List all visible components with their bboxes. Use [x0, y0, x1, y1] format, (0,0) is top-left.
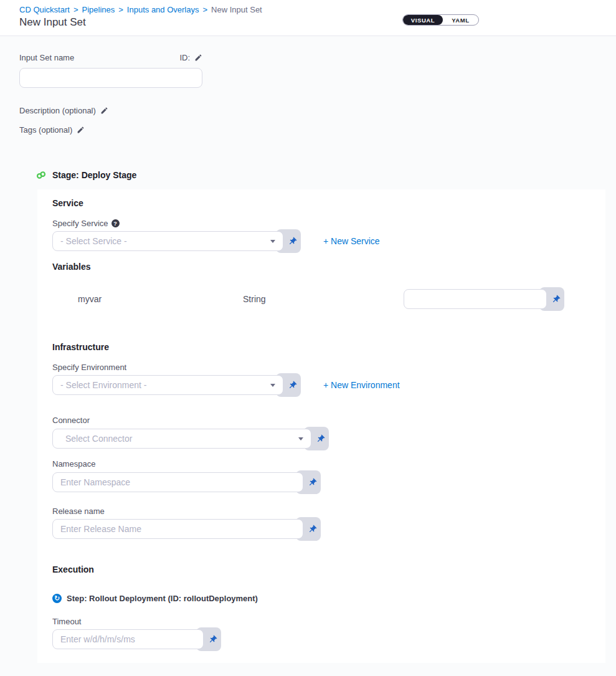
chevron-down-icon — [270, 384, 275, 387]
infrastructure-section-header: Infrastructure — [52, 342, 590, 352]
pin-icon — [314, 432, 327, 445]
chevron-down-icon — [298, 437, 303, 440]
edit-tags-icon[interactable] — [77, 126, 85, 134]
chevron-down-icon — [270, 240, 275, 243]
step-header: ↻ Step: Rollout Deployment (ID: rolloutD… — [52, 594, 590, 603]
id-label: ID: — [179, 53, 190, 62]
connector-label: Connector — [52, 416, 90, 425]
environment-select[interactable]: - Select Environment - — [52, 375, 283, 395]
page-title: New Input Set — [19, 16, 616, 29]
edit-id-icon[interactable] — [194, 54, 202, 62]
pin-icon — [306, 475, 319, 488]
specify-environment-label: Specify Environment — [52, 363, 126, 372]
variable-row: myvar String — [52, 289, 590, 309]
connector-select-placeholder: Select Connector — [65, 434, 132, 444]
stage-title: Stage: Deploy Stage — [52, 170, 136, 180]
edit-description-icon[interactable] — [100, 107, 108, 115]
pin-icon — [286, 234, 299, 247]
input-set-name-field[interactable] — [19, 68, 202, 88]
step-title: Step: Rollout Deployment (ID: rolloutDep… — [67, 594, 258, 603]
execution-section-header: Execution — [52, 564, 590, 574]
breadcrumb-link-pipelines[interactable]: Pipelines — [82, 5, 115, 14]
timeout-field[interactable] — [52, 629, 204, 649]
rollout-step-icon: ↻ — [52, 594, 62, 603]
release-name-label: Release name — [52, 507, 105, 516]
breadcrumb-separator: > — [118, 5, 123, 14]
new-input-set-form: Input Set name ID: Description (optional… — [0, 36, 616, 663]
specify-service-label: Specify Service — [52, 219, 108, 228]
breadcrumb-separator: > — [73, 5, 78, 14]
pin-icon — [286, 378, 299, 391]
help-icon[interactable]: ? — [111, 219, 120, 227]
visual-yaml-toggle: VISUAL YAML — [402, 14, 479, 26]
service-select-placeholder: - Select Service - — [60, 236, 127, 246]
breadcrumb-link-cd-quickstart[interactable]: CD Quickstart — [19, 5, 70, 14]
description-label: Description (optional) — [19, 106, 96, 115]
namespace-label: Namespace — [52, 459, 95, 469]
input-set-name-label: Input Set name — [19, 53, 74, 62]
stage-header: Stage: Deploy Stage — [36, 169, 616, 181]
new-environment-link[interactable]: + New Environment — [323, 380, 400, 390]
variable-name: myvar — [78, 294, 243, 304]
connector-select[interactable]: Select Connector — [52, 429, 311, 449]
stage-link-icon — [36, 169, 47, 181]
service-select[interactable]: - Select Service - — [52, 231, 283, 251]
page-header: CD Quickstart>Pipelines>Inputs and Overl… — [0, 0, 616, 36]
breadcrumb-separator: > — [202, 5, 207, 14]
toggle-yaml[interactable]: YAML — [443, 15, 478, 25]
variable-value-field[interactable] — [404, 289, 547, 309]
pin-icon — [206, 632, 219, 645]
pin-icon — [549, 292, 562, 305]
timeout-label: Timeout — [52, 617, 81, 626]
namespace-field[interactable] — [52, 472, 303, 492]
release-name-field[interactable] — [52, 519, 303, 539]
environment-select-placeholder: - Select Environment - — [60, 380, 147, 390]
service-section-header: Service — [52, 198, 590, 208]
new-service-link[interactable]: + New Service — [323, 236, 380, 246]
variables-section-header: Variables — [52, 262, 590, 272]
toggle-visual[interactable]: VISUAL — [403, 15, 443, 25]
stage-inputs-card: Service Specify Service ? - Select Servi… — [37, 189, 605, 663]
tags-label: Tags (optional) — [19, 125, 72, 135]
variable-type: String — [243, 294, 404, 304]
pin-icon — [306, 522, 319, 535]
breadcrumb-current: New Input Set — [211, 5, 262, 14]
breadcrumb-link-inputs-and-overlays[interactable]: Inputs and Overlays — [127, 5, 199, 14]
breadcrumb: CD Quickstart>Pipelines>Inputs and Overl… — [19, 5, 616, 14]
